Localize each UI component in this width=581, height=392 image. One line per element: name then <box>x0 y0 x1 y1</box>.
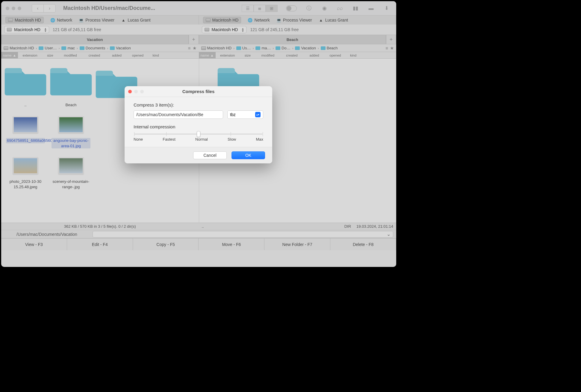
file-item[interactable]: angourie-bay-picnic-area-01.jpg <box>50 116 92 148</box>
col-added[interactable]: added <box>304 52 325 58</box>
bc-item[interactable]: Documents <box>80 46 105 50</box>
favorites-bar: Macintosh HD 🌐Network 💻Process Viewer ▲L… <box>1 16 396 25</box>
star-icon[interactable]: ★ <box>390 45 394 51</box>
col-size[interactable]: size <box>240 52 256 58</box>
drive-row: Macintosh HD▴▾ 121 GB of 245,11 GB free … <box>1 25 396 35</box>
fav-network[interactable]: 🌐Network <box>248 18 270 22</box>
image-thumb <box>13 116 38 133</box>
file-item[interactable]: photo_2023-10-30 15.25.48.jpeg <box>4 157 47 189</box>
fkey-view[interactable]: View - F3 <box>1 238 67 250</box>
bc-item[interactable]: Vacation <box>295 46 316 50</box>
fkey-move[interactable]: Move - F6 <box>199 238 264 250</box>
fkey-edit[interactable]: Edit - F4 <box>67 238 133 250</box>
format-select[interactable]: tbz ▴▾ <box>227 110 263 119</box>
col-modified[interactable]: modified <box>256 52 280 58</box>
quicklook-icon[interactable]: ◉ <box>321 5 328 12</box>
nav-back-button[interactable]: ‹ <box>32 4 44 13</box>
col-modified[interactable]: modified <box>58 52 82 58</box>
col-added[interactable]: added <box>106 52 127 58</box>
file-label: 6904758951_6868a06560_b.jpg <box>6 138 45 143</box>
pane-headers: Vacation + Beach + <box>1 35 396 44</box>
toggle-switch[interactable] <box>286 5 297 11</box>
globe-icon: 🌐 <box>50 18 55 22</box>
ok-button[interactable]: OK <box>232 151 265 159</box>
info-icon[interactable]: ⓘ <box>305 5 312 12</box>
fav-process-viewer[interactable]: 💻Process Viewer <box>79 18 114 22</box>
tab-title-right[interactable]: Beach <box>199 35 386 44</box>
bc-item[interactable]: Us… <box>236 46 251 50</box>
add-tab-button[interactable]: + <box>386 35 396 44</box>
file-label: angourie-bay-picnic-area-01.jpg <box>52 138 90 148</box>
col-extension[interactable]: extension <box>18 52 42 58</box>
cancel-button[interactable]: Cancel <box>193 151 227 159</box>
bc-item[interactable]: mac <box>61 46 75 50</box>
fkey-delete[interactable]: Delete - F8 <box>330 238 396 250</box>
minimize-icon[interactable] <box>12 7 15 10</box>
columns-icon[interactable]: ▮▮ <box>352 5 359 12</box>
file-item[interactable]: 6904758951_6868a06560_b.jpg <box>4 116 47 148</box>
compression-slider[interactable]: None Fastest Normal Slow Max <box>134 133 263 142</box>
gdrive-icon: ▲ <box>121 18 126 22</box>
fkey-newfolder[interactable]: New Folder - F7 <box>264 238 330 250</box>
close-icon[interactable] <box>6 7 9 10</box>
fkey-copy[interactable]: Copy - F5 <box>133 238 199 250</box>
chevron-updown-icon: ▴▾ <box>242 27 244 32</box>
laptop-icon: 💻 <box>79 18 84 22</box>
star-icon[interactable]: ★ <box>193 45 196 51</box>
status-kind: DIR <box>344 224 351 229</box>
screen-icon[interactable]: ▬ <box>367 5 375 12</box>
path-bar: /Users/mac/Documents/Vacation ⌄ <box>1 230 396 238</box>
download-icon[interactable]: ⬇ <box>383 5 390 12</box>
slider-label: None <box>134 137 143 142</box>
bc-item[interactable]: Macintosh HD <box>201 46 232 50</box>
globe-icon: 🌐 <box>248 18 252 22</box>
bc-item[interactable]: ma… <box>255 46 271 50</box>
image-thumb <box>58 116 84 133</box>
bc-item[interactable]: Beach <box>321 46 338 50</box>
zoom-icon[interactable] <box>18 7 21 10</box>
file-item[interactable]: Beach <box>50 64 92 107</box>
col-size[interactable]: size <box>42 52 58 58</box>
drive-selector[interactable]: Macintosh HD▴▾ <box>4 26 49 33</box>
bc-item[interactable]: Macintosh HD <box>4 46 34 50</box>
fav-network[interactable]: 🌐Network <box>50 18 72 22</box>
slider-knob[interactable] <box>197 131 200 137</box>
fav-lucas-grant[interactable]: ▲Lucas Grant <box>319 18 348 22</box>
archive-path-input[interactable] <box>134 110 223 119</box>
fav-process-viewer[interactable]: 💻Process Viewer <box>276 18 312 22</box>
view-mode-segment[interactable]: ☰≣⊞ <box>242 5 278 12</box>
col-name[interactable]: name ▲ <box>1 52 18 58</box>
file-item[interactable]: scenery-of-mountain-range-.jpg <box>50 157 92 189</box>
dialog-title: Compress files <box>125 89 272 94</box>
nav-forward-button[interactable]: › <box>44 4 56 13</box>
tab-title-left[interactable]: Vacation <box>1 35 189 44</box>
fav-lucas-grant[interactable]: ▲Lucas Grant <box>121 18 150 22</box>
hd-icon <box>206 18 211 22</box>
dialog-titlebar: Compress files <box>125 86 272 97</box>
list-icon[interactable]: ≡ <box>188 45 191 51</box>
col-opened[interactable]: opened <box>127 52 148 58</box>
bc-item[interactable]: User… <box>39 46 57 50</box>
fav-macintosh-hd[interactable]: Macintosh HD <box>5 17 44 23</box>
fav-macintosh-hd[interactable]: Macintosh HD <box>203 17 241 23</box>
bc-item[interactable]: Vacation <box>110 46 131 50</box>
col-created[interactable]: created <box>82 52 106 58</box>
chevron-down-icon: ⌄ <box>387 231 391 237</box>
col-name[interactable]: name ▲ <box>199 52 216 58</box>
image-thumb <box>58 157 84 174</box>
dialog-subtitle: Compress 3 item(s): <box>134 102 263 107</box>
titlebar: ‹ › Macintosh HD/Users/mac/Docume... ☰≣⊞… <box>1 1 396 16</box>
col-kind[interactable]: kind <box>148 52 163 58</box>
list-icon[interactable]: ≡ <box>385 45 388 51</box>
bc-item[interactable]: Do… <box>276 46 290 50</box>
col-extension[interactable]: extension <box>216 52 240 58</box>
free-space-label: 121 GB of 245,11 GB free <box>53 27 101 32</box>
col-created[interactable]: created <box>280 52 304 58</box>
command-combo[interactable]: ⌄ <box>93 231 393 238</box>
col-kind[interactable]: kind <box>346 52 361 58</box>
add-tab-button[interactable]: + <box>189 35 199 44</box>
binoculars-icon[interactable]: ⌕⌕ <box>336 5 344 12</box>
col-opened[interactable]: opened <box>325 52 346 58</box>
drive-selector[interactable]: Macintosh HD▴▾ <box>202 26 247 33</box>
file-item[interactable]: .. <box>4 64 47 107</box>
